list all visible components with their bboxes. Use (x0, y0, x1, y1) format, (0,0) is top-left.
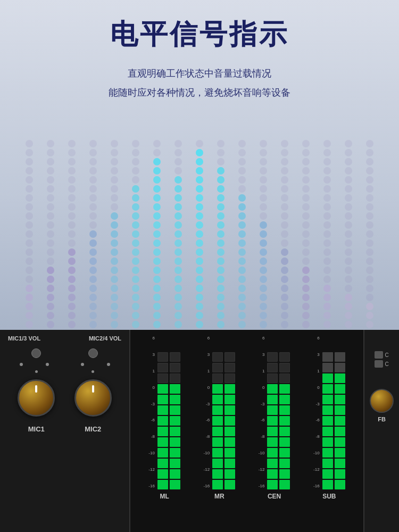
small-knob-row (8, 348, 121, 358)
bar-segment (157, 480, 168, 489)
scale-number: -8 (204, 435, 210, 439)
bar-column-1 (279, 335, 290, 489)
meter-bars-sub: 6310-3-6-8-10-12-16 (313, 335, 345, 489)
bar-segment (267, 363, 278, 372)
hardware-section: MIC1/3 VOL MIC2/4 VOL MIC1 MIC2 (0, 330, 399, 532)
bar-segment (322, 384, 333, 394)
bar-segment (335, 416, 345, 426)
mic2-knob[interactable] (74, 379, 112, 417)
scale-number: 0 (204, 386, 210, 390)
bar-segment (170, 469, 180, 479)
meter-scale-mr: 6310-3-6-8-10-12-16 (204, 335, 210, 489)
indicator-2 (46, 363, 49, 366)
bar-segment (335, 459, 345, 468)
bar-segment (225, 448, 235, 458)
scale-number: -16 (313, 484, 320, 488)
bar-segment (212, 395, 223, 404)
bar-segment (267, 448, 278, 458)
bar-segment (170, 448, 180, 458)
scale-number: 6 (204, 336, 210, 340)
bar-column-0 (212, 335, 223, 489)
scale-number: -3 (148, 402, 155, 406)
bar-segment (170, 363, 180, 372)
bar-segment (157, 437, 168, 447)
bar-segment (170, 416, 180, 426)
scale-number: 3 (313, 353, 320, 357)
bar-segment (322, 405, 333, 415)
bar-segment (225, 363, 235, 372)
scale-number: 0 (148, 386, 155, 390)
indicator-3 (81, 363, 84, 366)
bar-segment (212, 480, 223, 489)
scale-number: -10 (259, 451, 265, 455)
bar-segment (279, 384, 290, 394)
bar-segment (335, 427, 345, 436)
bar-segment (322, 395, 333, 404)
bar-segment (335, 395, 345, 404)
dot-2 (92, 370, 94, 373)
bar-segment (279, 459, 290, 468)
scale-number: -3 (204, 402, 210, 406)
meters-row: 6310-3-6-8-10-12-16ML6310-3-6-8-10-12-16… (138, 335, 355, 527)
bar-segment (279, 352, 290, 362)
subtitle-line2: 能随时应对各种情况，避免烧坏音响等设备 (109, 83, 290, 102)
bar-segment (170, 395, 180, 404)
bar-segment (170, 352, 180, 362)
meter-bars-cen: 6310-3-6-8-10-12-16 (259, 335, 290, 489)
bar-segment (267, 352, 278, 362)
scale-number: -16 (259, 484, 265, 488)
right-indicator-1: C (375, 351, 388, 359)
indicator-4 (107, 363, 110, 366)
bar-segment (212, 416, 223, 426)
knob-small-1[interactable] (31, 348, 41, 358)
subtitle-line1: 直观明确工作状态中音量过载情况 (109, 64, 290, 83)
scale-number: 1 (313, 369, 320, 373)
mic1-label: MIC1 (28, 425, 45, 433)
right-led-2 (375, 360, 383, 368)
meter-scale-cen: 6310-3-6-8-10-12-16 (259, 335, 265, 489)
bar-segment (335, 437, 345, 447)
bar-segment (267, 427, 278, 436)
bar-segment (279, 416, 290, 426)
bar-column-1 (335, 335, 345, 489)
bar-segment (267, 480, 278, 489)
scale-number: -16 (148, 484, 155, 488)
bar-segment (279, 427, 290, 436)
bar-segment (157, 448, 168, 458)
bar-segment (225, 405, 235, 415)
mic-names-row: MIC1 MIC2 (8, 425, 121, 433)
bar-segment (225, 459, 235, 468)
scale-number: 6 (148, 336, 155, 340)
dot-1 (35, 370, 38, 373)
bar-segment (212, 437, 223, 447)
mic2-label: MIC2 (85, 425, 101, 433)
scale-number: -12 (259, 468, 265, 472)
right-knob[interactable] (370, 389, 394, 413)
bar-segment (279, 469, 290, 479)
right-meter-group: C C FB (370, 335, 394, 422)
bar-column-0 (157, 335, 168, 489)
knob-small-2[interactable] (88, 348, 98, 358)
meter-scale-sub: 6310-3-6-8-10-12-16 (313, 335, 320, 489)
scale-number: 6 (313, 336, 320, 340)
scale-number: -6 (148, 418, 155, 422)
bar-segment (157, 459, 168, 468)
bar-segment (279, 395, 290, 404)
bar-segment (170, 427, 180, 436)
bar-segment (322, 459, 333, 468)
bar-segment (212, 469, 223, 479)
bar-segment (335, 405, 345, 415)
bar-segment (279, 480, 290, 489)
mic1-knob[interactable] (18, 379, 55, 417)
bar-segment (335, 384, 345, 394)
bar-segment (225, 373, 235, 383)
bar-segment (267, 384, 278, 394)
bar-segment (335, 448, 345, 458)
subtitle: 直观明确工作状态中音量过载情况 能随时应对各种情况，避免烧坏音响等设备 (109, 64, 290, 102)
bar-segment (212, 459, 223, 468)
scale-number: -8 (148, 435, 155, 439)
meter-bars-mr: 6310-3-6-8-10-12-16 (204, 335, 236, 489)
bar-segment (212, 363, 223, 372)
meter-group-mr: 6310-3-6-8-10-12-16MR (193, 335, 245, 500)
bar-segment (157, 373, 168, 383)
